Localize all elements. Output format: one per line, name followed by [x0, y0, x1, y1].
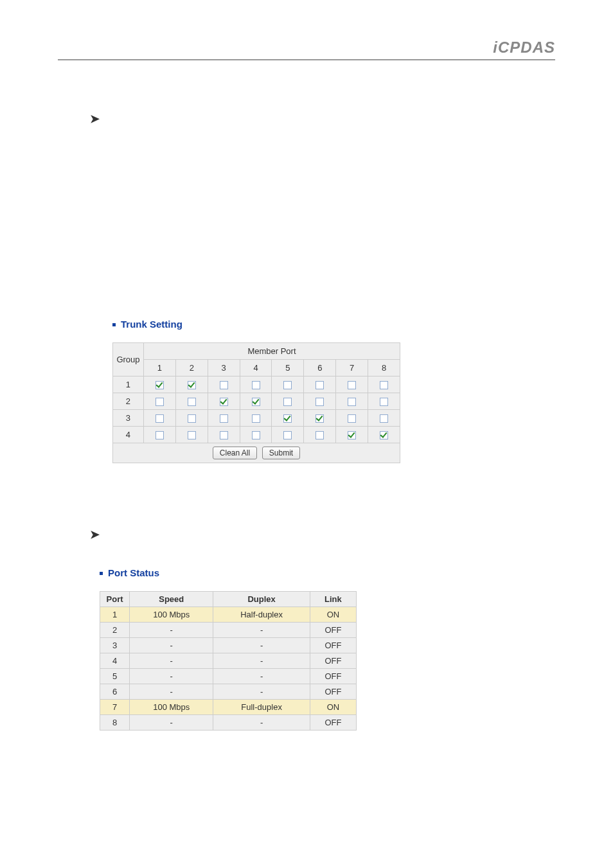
checkbox[interactable]	[380, 381, 388, 389]
trunk-setting-title: Trunk Setting	[112, 319, 555, 330]
cell-speed: -	[130, 669, 213, 684]
checkbox[interactable]	[188, 431, 196, 439]
checkbox[interactable]	[188, 398, 196, 406]
group-label: 4	[113, 427, 144, 443]
cell-speed: -	[130, 638, 213, 653]
cell-duplex: -	[213, 638, 310, 653]
checkbox[interactable]	[220, 431, 228, 439]
checkbox[interactable]	[155, 414, 164, 423]
cell-port: 3	[100, 638, 130, 653]
port-header-5: 5	[272, 360, 304, 376]
trunk-cell	[175, 393, 208, 410]
port-status-panel: Port Status Port Speed Duplex Link 1100 …	[100, 567, 555, 731]
checkbox[interactable]	[155, 381, 164, 389]
table-row: 3--OFF	[100, 638, 357, 653]
checkbox[interactable]	[252, 381, 260, 389]
cell-duplex: Half-duplex	[213, 607, 310, 623]
checkbox[interactable]	[315, 381, 324, 389]
trunk-cell	[368, 393, 400, 410]
checkbox[interactable]	[315, 398, 324, 406]
checkbox[interactable]	[315, 414, 324, 423]
cell-port: 1	[100, 607, 130, 623]
checkbox[interactable]	[348, 431, 356, 439]
cell-port: 8	[100, 715, 130, 731]
port-header-4: 4	[240, 360, 272, 376]
checkbox[interactable]	[283, 431, 292, 439]
trunk-cell	[240, 410, 272, 427]
cell-duplex: -	[213, 623, 310, 638]
checkbox[interactable]	[188, 414, 196, 423]
checkbox[interactable]	[283, 381, 292, 389]
checkbox[interactable]	[220, 414, 228, 423]
cell-speed: -	[130, 715, 213, 731]
cell-port: 6	[100, 684, 130, 700]
trunk-cell	[368, 427, 400, 443]
cell-port: 7	[100, 700, 130, 715]
trunk-cell	[175, 376, 208, 393]
trunk-cell	[175, 410, 208, 427]
checkbox[interactable]	[315, 431, 324, 439]
trunk-cell	[368, 376, 400, 393]
table-row: 4--OFF	[100, 653, 357, 669]
port-header-1: 1	[143, 360, 175, 376]
table-row: 6--OFF	[100, 684, 357, 700]
checkbox[interactable]	[380, 398, 388, 406]
trunk-cell	[143, 393, 175, 410]
trunk-cell	[143, 427, 175, 443]
port-header-7: 7	[336, 360, 368, 376]
trunk-cell	[272, 427, 304, 443]
checkbox[interactable]	[380, 431, 388, 439]
cell-link: OFF	[310, 684, 356, 700]
trunk-cell	[336, 427, 368, 443]
checkbox[interactable]	[188, 381, 196, 389]
trunk-cell	[304, 410, 336, 427]
cell-duplex: -	[213, 715, 310, 731]
checkbox[interactable]	[283, 414, 292, 423]
cell-link: OFF	[310, 653, 356, 669]
table-row: 7100 MbpsFull-duplexON	[100, 700, 357, 715]
checkbox[interactable]	[348, 398, 356, 406]
duplex-header: Duplex	[213, 592, 310, 607]
checkbox[interactable]	[252, 414, 260, 423]
cell-speed: -	[130, 623, 213, 638]
checkbox[interactable]	[252, 431, 260, 439]
port-header-6: 6	[304, 360, 336, 376]
arrow-icon: ➤	[90, 527, 100, 542]
trunk-cell	[143, 376, 175, 393]
trunk-cell	[208, 376, 240, 393]
cell-port: 4	[100, 653, 130, 669]
cell-speed: -	[130, 684, 213, 700]
trunk-cell	[304, 393, 336, 410]
group-header: Group	[113, 343, 144, 376]
trunk-cell	[208, 427, 240, 443]
member-port-header: Member Port	[143, 343, 400, 360]
trunk-cell	[143, 410, 175, 427]
checkbox[interactable]	[283, 398, 292, 406]
checkbox[interactable]	[155, 398, 164, 406]
checkbox[interactable]	[220, 381, 228, 389]
trunk-cell	[240, 376, 272, 393]
checkbox[interactable]	[252, 398, 260, 406]
cell-port: 2	[100, 623, 130, 638]
trunk-table: Group Member Port 12345678 1234 Clean Al…	[112, 342, 400, 463]
group-label: 3	[113, 410, 144, 427]
cell-duplex: -	[213, 669, 310, 684]
trunk-cell	[240, 393, 272, 410]
checkbox[interactable]	[155, 431, 164, 439]
checkbox[interactable]	[380, 414, 388, 423]
trunk-cell	[240, 427, 272, 443]
cell-link: OFF	[310, 669, 356, 684]
port-header: Port	[100, 592, 130, 607]
clean-all-button[interactable]: Clean All	[213, 447, 257, 459]
bullet-icon	[112, 323, 116, 326]
port-header-3: 3	[208, 360, 240, 376]
trunk-cell	[208, 393, 240, 410]
checkbox[interactable]	[348, 414, 356, 423]
cell-link: OFF	[310, 623, 356, 638]
checkbox[interactable]	[348, 381, 356, 389]
speed-header: Speed	[130, 592, 213, 607]
submit-button[interactable]: Submit	[262, 447, 300, 459]
trunk-cell	[336, 376, 368, 393]
trunk-setting-panel: Trunk Setting Group Member Port 12345678…	[112, 319, 555, 463]
checkbox[interactable]	[220, 398, 228, 406]
